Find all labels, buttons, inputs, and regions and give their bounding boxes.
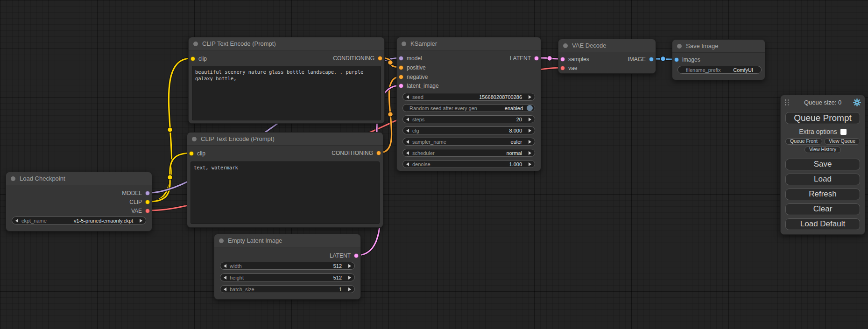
port-model-input[interactable]: model [399,55,422,62]
decrement-arrow-icon[interactable] [406,140,409,144]
link-dot[interactable] [388,112,393,117]
conditioning-port-icon[interactable] [399,75,403,79]
port-image-output[interactable]: IMAGE [628,56,654,63]
increment-arrow-icon[interactable] [348,264,351,268]
widget-random-seed-toggle[interactable]: Random seed after every gen enabled [402,104,535,112]
model-port-icon[interactable] [145,191,150,196]
widget-cfg[interactable]: cfg 8.000 [402,126,535,134]
node-save-image[interactable]: Save Image images filename_prefix ComfyU… [672,39,765,80]
node-clip-text-encode-positive[interactable]: CLIP Text Encode (Prompt) clip CONDITION… [188,37,385,124]
increment-arrow-icon[interactable] [529,151,531,155]
node-clip-text-encode-negative[interactable]: CLIP Text Encode (Prompt) clip CONDITION… [187,132,383,228]
collapse-dot-icon[interactable] [563,43,568,48]
widget-batch-size[interactable]: batch_size 1 [220,285,355,293]
increment-arrow-icon[interactable] [140,219,142,223]
port-samples-input[interactable]: samples [560,56,589,63]
refresh-button[interactable]: Refresh [785,189,860,200]
increment-arrow-icon[interactable] [348,287,351,291]
load-button[interactable]: Load [785,174,860,185]
widget-ckpt-name[interactable]: ckpt_name v1-5-pruned-emaonly.ckpt [12,217,146,224]
node-titlebar[interactable]: Load Checkpoint [6,172,152,185]
collapse-dot-icon[interactable] [219,238,224,243]
increment-arrow-icon[interactable] [529,95,531,99]
vae-port-icon[interactable] [560,66,565,70]
node-titlebar[interactable]: KSampler [397,37,541,50]
link-dot[interactable] [168,127,173,133]
extra-options-checkbox[interactable] [840,129,847,135]
port-images-input[interactable]: images [674,56,700,63]
conditioning-port-icon[interactable] [378,56,382,61]
widget-filename-prefix[interactable]: filename_prefix ComfyUI [677,66,762,74]
link-dot[interactable] [547,56,552,61]
latent-port-icon[interactable] [354,253,359,258]
port-latent-output[interactable]: LATENT [510,55,539,62]
conditioning-port-icon[interactable] [399,65,403,70]
clip-port-icon[interactable] [191,56,195,61]
node-titlebar[interactable]: VAE Decode [558,39,656,52]
port-clip-input[interactable]: clip [191,55,207,63]
collapse-dot-icon[interactable] [402,42,406,46]
queue-menu-panel[interactable]: Queue size: 0 [780,95,865,235]
decrement-arrow-icon[interactable] [224,276,226,280]
collapse-dot-icon[interactable] [11,176,15,181]
decrement-arrow-icon[interactable] [406,162,409,166]
port-latent-output[interactable]: LATENT [330,252,359,259]
view-history-button[interactable]: View History [804,147,841,153]
node-titlebar[interactable]: CLIP Text Encode (Prompt) [189,37,384,50]
widget-width[interactable]: width 512 [220,262,355,270]
image-port-icon[interactable] [674,57,679,62]
decrement-arrow-icon[interactable] [15,219,18,223]
widget-steps[interactable]: steps 20 [402,115,535,123]
clip-port-icon[interactable] [189,151,194,156]
conditioning-port-icon[interactable] [376,151,381,155]
increment-arrow-icon[interactable] [529,118,531,121]
latent-port-icon[interactable] [560,57,565,62]
increment-arrow-icon[interactable] [348,276,351,280]
image-port-icon[interactable] [649,57,654,62]
increment-arrow-icon[interactable] [529,129,531,133]
port-conditioning-output[interactable]: CONDITIONING [332,149,381,157]
settings-gear-icon[interactable] [853,98,861,108]
widget-scheduler[interactable]: scheduler normal [402,149,535,157]
port-clip-output[interactable]: CLIP [129,198,150,206]
port-positive-input[interactable]: positive [399,64,426,71]
port-clip-input[interactable]: clip [189,150,205,157]
clip-port-icon[interactable] [145,200,150,204]
decrement-arrow-icon[interactable] [406,95,409,99]
port-negative-input[interactable]: negative [399,73,428,81]
link-dot[interactable] [661,56,666,62]
collapse-dot-icon[interactable] [677,44,682,49]
node-ksampler[interactable]: KSampler model positive negative latent_… [396,37,541,171]
node-titlebar[interactable]: Empty Latent Image [214,234,360,247]
positive-prompt-text-input[interactable]: beautiful scenery nature glass bottle la… [192,66,381,120]
link-dot[interactable] [388,60,393,65]
node-empty-latent-image[interactable]: Empty Latent Image LATENT width 512 heig… [214,234,361,300]
vae-port-icon[interactable] [145,209,150,213]
decrement-arrow-icon[interactable] [224,287,226,291]
node-load-checkpoint[interactable]: Load Checkpoint MODEL CLIP VAE ckpt_name… [6,172,152,231]
clear-button[interactable]: Clear [785,203,860,215]
decrement-arrow-icon[interactable] [406,118,409,121]
load-default-button[interactable]: Load Default [785,218,860,230]
view-queue-button[interactable]: View Queue [824,138,860,145]
widget-denoise[interactable]: denoise 1.000 [402,160,535,168]
port-model-output[interactable]: MODEL [122,189,150,197]
latent-port-icon[interactable] [534,56,539,61]
latent-port-icon[interactable] [399,84,403,88]
widget-sampler-name[interactable]: sampler_name euler [402,138,535,146]
collapse-dot-icon[interactable] [192,137,197,141]
increment-arrow-icon[interactable] [529,162,531,166]
widget-seed[interactable]: seed 156680208700286 [402,93,535,101]
node-vae-decode[interactable]: VAE Decode samples vae IMAGE [558,39,656,74]
decrement-arrow-icon[interactable] [224,264,226,268]
collapse-dot-icon[interactable] [193,42,198,46]
toggle-knob-icon[interactable] [527,105,533,111]
increment-arrow-icon[interactable] [529,140,531,144]
port-latent-image-input[interactable]: latent_image [399,82,439,90]
link-dot[interactable] [168,175,173,180]
port-vae-output[interactable]: VAE [131,207,150,215]
queue-prompt-button[interactable]: Queue Prompt [785,112,860,124]
negative-prompt-text-input[interactable]: text, watermark [191,161,380,224]
widget-height[interactable]: height 512 [220,273,355,281]
node-titlebar[interactable]: CLIP Text Encode (Prompt) [187,133,383,146]
